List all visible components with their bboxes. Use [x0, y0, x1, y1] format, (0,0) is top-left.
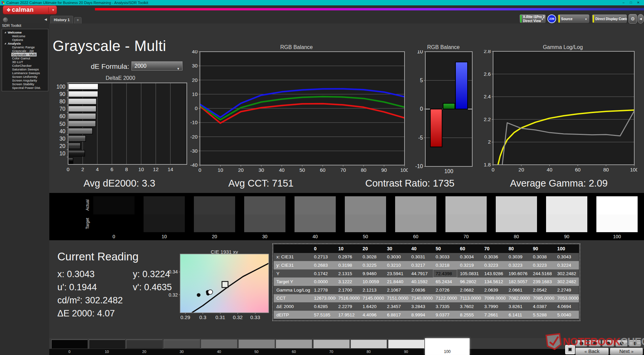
- measurement-step-80[interactable]: [351, 340, 387, 349]
- table-cell[interactable]: 2.0682: [457, 286, 482, 294]
- table-cell[interactable]: 0.3030: [384, 253, 409, 261]
- back-button[interactable]: « Back: [575, 348, 609, 355]
- table-cell[interactable]: 2.0661: [506, 286, 530, 294]
- sidebar-item-luminance-sweeps[interactable]: Luminance Sweeps: [2, 71, 48, 75]
- table-cell[interactable]: 0.3198: [336, 261, 360, 269]
- table-cell[interactable]: 0.3223: [506, 261, 530, 269]
- table-cell[interactable]: 244.5168: [530, 269, 555, 278]
- table-cell[interactable]: 0.3223: [530, 261, 555, 269]
- table-cell[interactable]: 1.2778: [311, 286, 336, 294]
- table-cell[interactable]: 2.1315: [336, 269, 360, 278]
- table-cell[interactable]: 4.4096: [360, 311, 384, 319]
- table-cell[interactable]: 3.7990: [482, 302, 506, 311]
- measurement-step-100[interactable]: 100: [425, 338, 470, 355]
- table-cell[interactable]: 7085.0000: [530, 294, 555, 303]
- table-cell[interactable]: 0.3217: [409, 261, 433, 269]
- table-cell[interactable]: 7113.0000: [457, 294, 482, 303]
- de-formula-select[interactable]: 2000 ▼: [131, 61, 182, 70]
- sidebar-item-options[interactable]: Options: [2, 38, 48, 42]
- table-cell[interactable]: 0.3224: [554, 261, 579, 269]
- table-cell[interactable]: 7151.0000: [384, 294, 409, 303]
- table-cell[interactable]: 0.3036: [482, 253, 506, 261]
- table-cell[interactable]: 143.9286: [482, 269, 506, 278]
- measurement-step-10[interactable]: [89, 340, 125, 349]
- tab-history-1[interactable]: History 1: [50, 16, 73, 23]
- table-cell[interactable]: 3.7335: [433, 302, 458, 311]
- table-cell[interactable]: 12673.0000: [311, 294, 336, 303]
- table-cell[interactable]: 0.3218: [433, 261, 458, 269]
- table-cell[interactable]: 5.5288: [530, 311, 555, 319]
- sidebar-item-dynamic-range[interactable]: Dynamic Range: [2, 45, 48, 49]
- display-control-dropdown[interactable]: Direct Display Control ▼: [592, 14, 627, 23]
- table-cell[interactable]: 105.0831: [457, 269, 482, 278]
- table-cell[interactable]: 0.3223: [482, 261, 506, 269]
- table-cell[interactable]: 2.2279: [336, 302, 360, 311]
- table-cell[interactable]: 0.3039: [506, 253, 530, 261]
- table-cell[interactable]: 4.0694: [554, 302, 579, 311]
- panel-collapse-icon[interactable]: ◀: [638, 14, 644, 23]
- table-cell[interactable]: 0.2976: [336, 253, 360, 261]
- table-cell[interactable]: 2.0726: [433, 286, 458, 294]
- table-cell[interactable]: 2.0639: [482, 286, 506, 294]
- stop-button[interactable]: [565, 345, 575, 354]
- table-cell[interactable]: 7099.0000: [482, 294, 506, 303]
- table-cell[interactable]: 7140.0000: [409, 294, 433, 303]
- collapse-left-icon[interactable]: ◀: [43, 17, 48, 22]
- sidebar-item-grayscale-2pt[interactable]: Grayscale - 2pt: [2, 49, 48, 53]
- sidebar-item-spectral-power-dist-[interactable]: Spectral Power Dist.: [2, 86, 48, 90]
- sidebar-item-colorchecker[interactable]: ColorChecker: [2, 64, 48, 67]
- table-cell[interactable]: 7516.0000: [336, 294, 360, 303]
- table-cell[interactable]: 190.6076: [506, 269, 530, 278]
- table-cell[interactable]: 9.9460: [360, 269, 384, 278]
- sidebar-item-color-gamut[interactable]: Color Gamut: [2, 56, 48, 60]
- table-cell[interactable]: 0.3034: [457, 253, 482, 261]
- table-cell[interactable]: 7053.0000: [554, 294, 579, 303]
- table-cell[interactable]: 44.7917: [409, 269, 433, 278]
- table-cell[interactable]: 2.2749: [554, 286, 579, 294]
- table-cell[interactable]: 21.8440: [384, 277, 409, 286]
- sidebar-item-screen-angularity[interactable]: Screen Angularity: [2, 79, 48, 82]
- calman-logo-button[interactable]: ❖ calman ▼: [3, 5, 57, 14]
- maximize-button[interactable]: □: [627, 0, 635, 5]
- sidebar-item-saturation-sweeps[interactable]: Saturation Sweeps: [2, 67, 48, 71]
- sidebar-item-screen-uniformity[interactable]: Screen Uniformity: [2, 75, 48, 79]
- table-cell[interactable]: 0.1742: [311, 269, 336, 278]
- sidebar-item-grayscale-multi[interactable]: Grayscale - Multi: [2, 53, 48, 56]
- tree-expander-icon[interactable]: [4, 43, 6, 44]
- sidebar-item-welcome[interactable]: Welcome: [2, 34, 48, 38]
- table-cell[interactable]: 17.9512: [336, 311, 360, 319]
- measurement-step-90[interactable]: [388, 340, 424, 349]
- table-cell[interactable]: 0.2713: [311, 253, 336, 261]
- meter-dropdown[interactable]: X-Rite i1Pro 2Direct View ▼: [519, 14, 546, 23]
- table-cell[interactable]: 5.0040: [554, 311, 579, 319]
- table-cell[interactable]: 3.8261: [506, 302, 530, 311]
- sidebar-item-3d-lut[interactable]: 3D LUT: [2, 60, 48, 64]
- table-cell[interactable]: 6.8817: [384, 311, 409, 319]
- table-cell[interactable]: 0.3033: [433, 253, 458, 261]
- media-button[interactable]: [629, 340, 641, 347]
- close-button[interactable]: ✕: [635, 0, 642, 5]
- table-cell[interactable]: 65.2434: [433, 277, 458, 286]
- next-button[interactable]: Next »: [610, 348, 643, 355]
- table-cell[interactable]: 2.1700: [336, 286, 360, 294]
- sidebar-item-screen-stability[interactable]: Screen Stability: [2, 82, 48, 86]
- measurement-step-30[interactable]: [164, 340, 200, 349]
- media-button[interactable]: [575, 340, 587, 347]
- media-button[interactable]: [615, 340, 628, 347]
- measurement-step-50[interactable]: [238, 340, 275, 349]
- table-cell[interactable]: 10.0059: [360, 277, 384, 286]
- table-cell[interactable]: 0.3031: [409, 253, 433, 261]
- table-cell[interactable]: 134.5612: [482, 277, 506, 286]
- table-cell[interactable]: 8.2555: [457, 311, 482, 319]
- table-cell[interactable]: 0.3038: [530, 253, 555, 261]
- table-cell[interactable]: 7145.0000: [360, 294, 384, 303]
- table-cell[interactable]: 2.0836: [409, 286, 433, 294]
- table-cell[interactable]: 0.2683: [311, 261, 336, 269]
- table-cell[interactable]: 182.5057: [506, 277, 530, 286]
- table-cell[interactable]: 23.5941: [384, 269, 409, 278]
- table-cell[interactable]: 0.3219: [457, 261, 482, 269]
- minimize-button[interactable]: –: [620, 0, 627, 5]
- table-cell[interactable]: 3.2843: [409, 302, 433, 311]
- measurement-step-20[interactable]: [126, 340, 162, 349]
- table-cell[interactable]: 57.5185: [311, 311, 336, 319]
